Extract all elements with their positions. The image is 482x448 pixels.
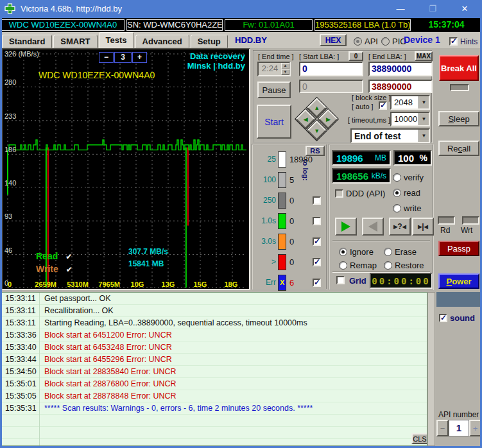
tabs: Standard SMART Tests Advanced Setup — [2, 32, 229, 48]
erase-radio-circle[interactable] — [384, 248, 392, 256]
x-axis-label: 2659M — [35, 280, 56, 288]
sound-checkbox-group[interactable]: sound — [439, 312, 475, 323]
log-panel[interactable]: 15:33:11Get passport... OK 15:33:11Recal… — [1, 292, 427, 446]
end-time-spin-buttons[interactable]: ▲▼ — [281, 63, 289, 75]
cls-button[interactable]: CLS — [411, 433, 427, 444]
histogram-row-over: >0 — [254, 252, 325, 272]
bucket-swatch — [278, 172, 286, 188]
pio-radio-circle[interactable] — [381, 37, 390, 46]
legend-read-check[interactable]: ✔ — [65, 252, 72, 261]
dropdown-arrow-icon[interactable]: ▼ — [418, 113, 429, 125]
dropdown-arrow-icon[interactable]: ▼ — [418, 130, 429, 142]
start-lba-input[interactable]: 0 — [299, 62, 363, 76]
bucket-checkbox[interactable] — [313, 279, 321, 287]
hex-button[interactable]: HEX — [320, 34, 347, 46]
grid-checkbox[interactable] — [336, 276, 345, 284]
log-text: Block start at 6451200 Error: UNCR — [39, 329, 427, 341]
end-lba-max-button[interactable]: MAX — [415, 51, 433, 61]
log-scrollbar[interactable] — [427, 292, 435, 446]
restore-radio-circle[interactable] — [384, 261, 392, 270]
bucket-checkbox[interactable] — [313, 237, 321, 246]
y-axis-label: 140 — [4, 179, 16, 187]
auto-checkbox[interactable] — [379, 101, 387, 110]
start-lba-reset-button[interactable]: 0 — [349, 51, 363, 61]
legend-write: Write✔ — [36, 264, 73, 274]
bucket-count: 18980 — [289, 155, 313, 164]
spin-up-icon[interactable]: ▲ — [281, 63, 289, 69]
tab-standard[interactable]: Standard — [2, 35, 52, 48]
action-ignore-radio[interactable]: Ignore — [339, 246, 374, 257]
spin-down-icon[interactable]: ▼ — [281, 69, 289, 76]
end-lba-input[interactable]: 38890000 — [368, 62, 433, 76]
end-lba-label: [ End LBA: ] — [368, 53, 406, 60]
write-label: write — [404, 203, 421, 213]
current-speed: 307.7 MB/s — [128, 247, 168, 256]
mode-write-radio[interactable]: write — [393, 202, 421, 214]
legend-write-check[interactable]: ✔ — [66, 265, 73, 274]
y-axis-label: 93 — [4, 212, 12, 220]
recall-button[interactable]: Recall — [438, 141, 479, 156]
zoom-in-button[interactable]: + — [132, 52, 147, 63]
tab-setup[interactable]: Setup — [191, 35, 228, 48]
bucket-checkbox[interactable] — [313, 258, 321, 266]
bucket-checkbox[interactable] — [313, 196, 321, 205]
log-row: 15:33:44Block start at 6455296 Error: UN… — [2, 354, 427, 366]
end-time-spinner[interactable]: 2:24 ▲▼ — [257, 62, 291, 76]
log-row-empty — [2, 427, 427, 439]
verify-radio-circle[interactable] — [393, 173, 401, 182]
start-button[interactable]: Start — [257, 105, 291, 139]
action-remap-radio[interactable]: Remap — [339, 259, 377, 271]
tab-tests[interactable]: Tests — [99, 32, 134, 48]
minimize-button[interactable]: — — [388, 0, 413, 18]
drive-info-bar: WDC WD10EZEX-00WN4A0 SN: WD-WMC6Y0HA2ZEA… — [0, 18, 482, 32]
api-radio-circle[interactable] — [354, 37, 362, 46]
timeout-dropdown[interactable]: 10000▼ — [390, 112, 430, 126]
action-erase-radio[interactable]: Erase — [384, 246, 417, 257]
sound-checkbox[interactable] — [439, 314, 447, 322]
scan-forward-button[interactable] — [335, 218, 357, 236]
mode-read-radio[interactable]: read — [393, 187, 420, 198]
sleep-label: Sleep — [448, 114, 469, 124]
bucket-count: 6 — [289, 278, 294, 288]
tab-smart[interactable]: SMART — [53, 35, 97, 48]
sleep-button[interactable]: Sleep — [438, 111, 479, 126]
random-seek-button[interactable]: ▸?◂ — [389, 218, 411, 236]
ddd-label: DDD (API) — [346, 189, 385, 198]
read-radio-circle[interactable] — [393, 189, 401, 197]
scan-back-button[interactable] — [362, 218, 384, 236]
log-text: Block start at 28835840 Error: UNCR — [39, 366, 427, 378]
power-button[interactable]: Power — [438, 273, 479, 289]
write-radio-circle[interactable] — [393, 204, 401, 212]
ddd-checkbox — [335, 189, 343, 198]
ignore-radio-circle[interactable] — [339, 248, 347, 256]
maximize-button[interactable]: ❐ — [420, 0, 445, 18]
x-axis-label: 15G — [193, 280, 207, 288]
remap-radio-circle[interactable] — [339, 261, 347, 270]
close-button[interactable]: ✕ — [452, 0, 478, 18]
block-size-dropdown[interactable]: 2048▼ — [390, 95, 430, 110]
pio-radio[interactable]: PIO — [381, 35, 406, 47]
end-action-dropdown[interactable]: End of test▼ — [350, 128, 430, 143]
api-minus-button[interactable]: − — [436, 420, 449, 436]
tab-advanced[interactable]: Advanced — [135, 35, 189, 48]
hints-checkbox[interactable] — [449, 37, 458, 46]
pause-button[interactable]: Pause — [257, 82, 291, 98]
x-axis-label: 5310M — [67, 280, 89, 288]
hints-checkbox-group[interactable]: Hints — [449, 35, 478, 47]
api-number-value[interactable]: 1 — [449, 420, 469, 436]
passport-button[interactable]: Passp — [438, 241, 479, 256]
sound-label: sound — [450, 313, 475, 323]
zoom-out-button[interactable]: − — [99, 52, 114, 63]
butterfly-seek-button[interactable]: ▸|◂ — [412, 218, 434, 236]
end-time-value: 2:24 — [259, 63, 281, 75]
action-restore-radio[interactable]: Restore — [384, 259, 424, 271]
break-all-button[interactable]: Break All — [439, 55, 479, 81]
api-radio[interactable]: API — [354, 35, 378, 47]
site-label: HDD.BY — [235, 35, 267, 45]
auto-label: [ auto ] — [352, 103, 374, 110]
grid-label: Grid — [349, 276, 366, 286]
bucket-label: > — [254, 257, 276, 266]
dropdown-arrow-icon[interactable]: ▼ — [418, 96, 429, 108]
bucket-checkbox[interactable] — [313, 217, 321, 225]
mode-verify-radio[interactable]: verify — [393, 171, 424, 183]
